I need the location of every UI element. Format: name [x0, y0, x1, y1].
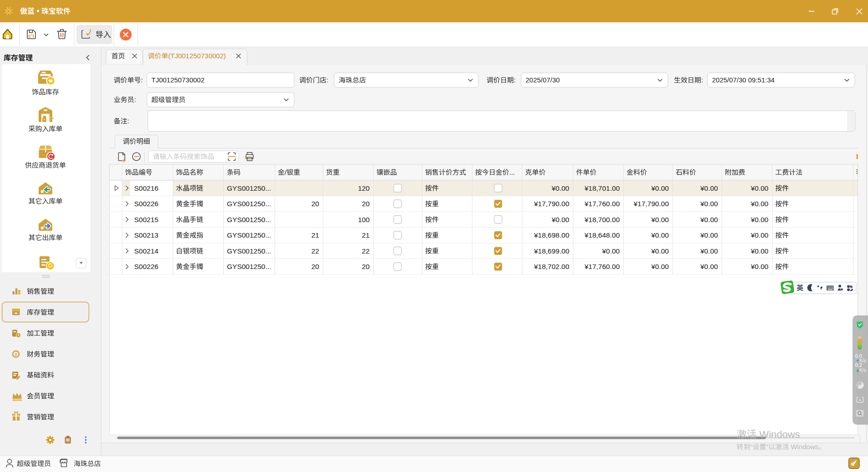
svg-text:¥18,700.00: ¥18,700.00: [584, 216, 620, 223]
svg-text:S00214: S00214: [134, 247, 159, 255]
svg-text:...: ...: [509, 168, 515, 176]
svg-text:¥0.00: ¥0.00: [700, 200, 718, 208]
svg-text:20: 20: [362, 263, 370, 270]
svg-text:GYS001250...: GYS001250...: [227, 263, 271, 270]
svg-text:2025/07/30: 2025/07/30: [526, 76, 560, 84]
svg-text:S00226: S00226: [134, 200, 158, 208]
svg-text:S00215: S00215: [134, 216, 158, 223]
svg-text:¥0.00: ¥0.00: [750, 184, 768, 192]
svg-text:“: “: [750, 443, 753, 451]
svg-text:¥0.00: ¥0.00: [700, 263, 718, 270]
svg-text:GYS001250...: GYS001250...: [227, 247, 271, 255]
svg-text:¥0.00: ¥0.00: [750, 263, 768, 270]
svg-text:¥0.00: ¥0.00: [602, 247, 620, 255]
svg-text:GYS001250...: GYS001250...: [227, 200, 271, 208]
svg-text::: :: [326, 76, 328, 84]
svg-text:100: 100: [358, 216, 370, 223]
svg-text:¥18,648.00: ¥18,648.00: [584, 231, 620, 239]
svg-text::: :: [514, 76, 516, 84]
svg-text:¥0.00: ¥0.00: [750, 247, 768, 255]
svg-text:¥18,702.00: ¥18,702.00: [533, 263, 569, 270]
svg-text::: :: [134, 96, 136, 103]
svg-text:¥0.00: ¥0.00: [551, 216, 569, 223]
svg-text:21: 21: [311, 231, 319, 239]
svg-text:¥17,760.00: ¥17,760.00: [584, 200, 620, 208]
svg-text:S00213: S00213: [134, 231, 158, 239]
svg-text:K/s: K/s: [859, 367, 866, 373]
svg-text:¥17,790.00: ¥17,790.00: [633, 200, 669, 208]
svg-text:Windows: Windows: [757, 429, 800, 440]
svg-text:¥0.00: ¥0.00: [651, 231, 669, 239]
svg-text:¥0.00: ¥0.00: [750, 200, 768, 208]
svg-text:20: 20: [362, 200, 370, 208]
svg-text:¥0.00: ¥0.00: [651, 247, 669, 255]
svg-text:S00216: S00216: [134, 184, 158, 192]
svg-text:¥18,698.00: ¥18,698.00: [533, 231, 569, 239]
svg-text:S00226: S00226: [134, 263, 158, 270]
svg-text::: :: [701, 76, 703, 84]
svg-text:TJ001250730002: TJ001250730002: [151, 76, 205, 84]
svg-text:2025/07/30 09:51:34: 2025/07/30 09:51:34: [712, 76, 775, 84]
svg-text:GYS001250...: GYS001250...: [227, 184, 271, 192]
svg-text:¥17,760.00: ¥17,760.00: [584, 263, 620, 270]
svg-text:¥18,701.00: ¥18,701.00: [584, 184, 620, 192]
svg-text:¥0.00: ¥0.00: [750, 216, 768, 223]
svg-text:¥0.00: ¥0.00: [700, 184, 718, 192]
svg-text::: :: [141, 76, 143, 84]
svg-text:¥18,699.00: ¥18,699.00: [533, 247, 569, 255]
svg-text:(TJ001250730002): (TJ001250730002): [168, 52, 226, 60]
svg-text:GYS001250...: GYS001250...: [227, 231, 271, 239]
svg-text:¥0.00: ¥0.00: [651, 216, 669, 223]
svg-text:120: 120: [358, 184, 370, 192]
svg-text:20: 20: [311, 200, 320, 208]
svg-text:¥0.00: ¥0.00: [700, 247, 718, 255]
svg-text:¥0.00: ¥0.00: [750, 231, 768, 239]
svg-text:22: 22: [362, 247, 370, 255]
svg-text:20: 20: [311, 263, 320, 270]
svg-text:GYS001250...: GYS001250...: [227, 216, 271, 223]
svg-text:¥0.00: ¥0.00: [700, 216, 718, 223]
svg-text:Windows: Windows: [789, 443, 818, 451]
svg-text:21: 21: [362, 231, 370, 239]
svg-text:¥0.00: ¥0.00: [651, 263, 669, 270]
svg-text:¥0.00: ¥0.00: [651, 184, 669, 192]
svg-text:¥0.00: ¥0.00: [700, 231, 718, 239]
svg-text:22: 22: [311, 247, 319, 255]
svg-text:¥0.00: ¥0.00: [551, 184, 569, 192]
svg-text:¥17,790.00: ¥17,790.00: [533, 200, 569, 208]
svg-text:”: ”: [766, 443, 768, 451]
svg-text::: :: [127, 117, 129, 125]
